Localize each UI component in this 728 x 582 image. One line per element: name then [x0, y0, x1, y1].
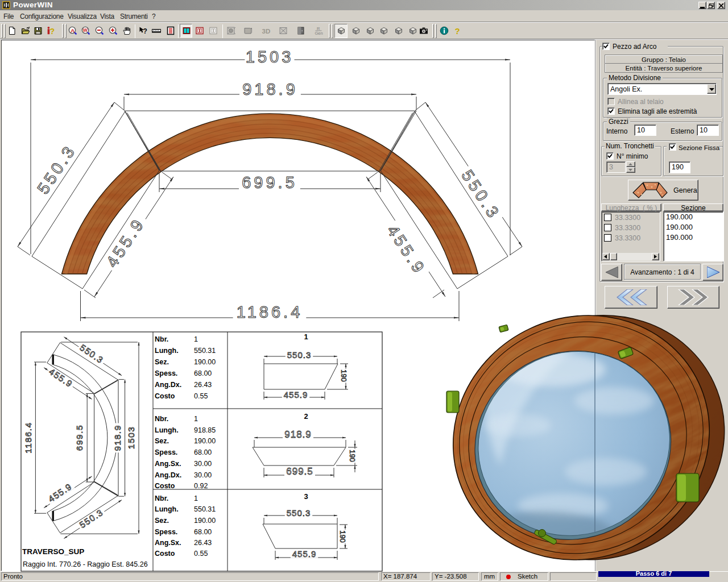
svg-text:Sez.: Sez.: [155, 517, 169, 525]
svg-text:Spess.: Spess.: [155, 448, 177, 456]
svg-text:550.3: 550.3: [287, 508, 311, 518]
svg-text:1: 1: [194, 494, 198, 502]
svg-text:Costo: Costo: [155, 392, 175, 400]
svg-text:30.00: 30.00: [194, 460, 212, 468]
svg-text:Sez.: Sez.: [155, 437, 169, 445]
svg-text:455.9: 455.9: [383, 222, 429, 278]
svg-text:190.00: 190.00: [194, 437, 216, 445]
svg-text:TRAVERSO_SUP: TRAVERSO_SUP: [22, 547, 84, 556]
svg-text:1: 1: [304, 332, 308, 341]
svg-text:1186.4: 1186.4: [237, 303, 303, 321]
svg-text:Sez.: Sez.: [155, 358, 169, 366]
svg-text:Spess.: Spess.: [155, 369, 177, 377]
svg-text:699.5: 699.5: [75, 425, 84, 451]
svg-text:1503: 1503: [246, 48, 294, 66]
svg-text:2: 2: [304, 412, 308, 421]
svg-text:699.5: 699.5: [242, 173, 297, 192]
svg-text:Lungh.: Lungh.: [155, 426, 179, 434]
svg-text:190.00: 190.00: [194, 517, 216, 525]
svg-text:190: 190: [340, 369, 348, 382]
svg-text:68.00: 68.00: [194, 448, 212, 456]
svg-text:Costo: Costo: [155, 482, 175, 490]
svg-text:550.31: 550.31: [194, 505, 216, 513]
svg-text:Nbr.: Nbr.: [155, 335, 168, 343]
svg-text:0.92: 0.92: [194, 482, 208, 490]
svg-text:Nbr.: Nbr.: [155, 494, 168, 502]
svg-text:26.43: 26.43: [194, 539, 212, 547]
svg-text:1: 1: [194, 335, 198, 343]
svg-text:Raggio Int. 770.26 - Raggio Es: Raggio Int. 770.26 - Raggio Est. 845.26: [23, 560, 148, 568]
svg-text:0.55: 0.55: [194, 550, 208, 558]
svg-text:918.9: 918.9: [242, 80, 298, 98]
svg-text:699.5: 699.5: [286, 466, 313, 477]
svg-text:Ang.Sx.: Ang.Sx.: [155, 539, 181, 547]
svg-text:Ang.Dx.: Ang.Dx.: [155, 381, 181, 389]
svg-text:68.00: 68.00: [194, 528, 212, 536]
svg-text:Lungh.: Lungh.: [155, 505, 179, 513]
svg-text:1503: 1503: [126, 426, 136, 449]
svg-text:Costo: Costo: [155, 550, 175, 558]
svg-text:3: 3: [304, 492, 308, 501]
svg-text:190.00: 190.00: [194, 358, 216, 366]
svg-text:26.43: 26.43: [194, 381, 212, 389]
svg-text:Ang.Dx.: Ang.Dx.: [155, 471, 181, 479]
svg-text:455.9: 455.9: [292, 549, 317, 559]
svg-text:918.85: 918.85: [194, 426, 216, 434]
svg-text:550.3: 550.3: [287, 350, 312, 360]
svg-text:455.9: 455.9: [284, 390, 308, 400]
svg-text:550.31: 550.31: [194, 347, 216, 355]
svg-text:Ang.Sx.: Ang.Sx.: [155, 460, 181, 468]
svg-text:Spess.: Spess.: [155, 528, 177, 536]
svg-text:68.00: 68.00: [194, 369, 212, 377]
svg-text:30.00: 30.00: [194, 471, 212, 479]
svg-text:918.9: 918.9: [113, 425, 122, 451]
svg-text:1: 1: [194, 415, 198, 423]
svg-text:Lungh.: Lungh.: [155, 347, 179, 355]
svg-text:190: 190: [348, 450, 357, 462]
svg-text:1186.4: 1186.4: [23, 422, 33, 453]
svg-text:Nbr.: Nbr.: [155, 415, 168, 423]
svg-text:190: 190: [338, 530, 347, 543]
svg-text:918.9: 918.9: [284, 429, 312, 440]
svg-text:0.55: 0.55: [194, 392, 208, 400]
